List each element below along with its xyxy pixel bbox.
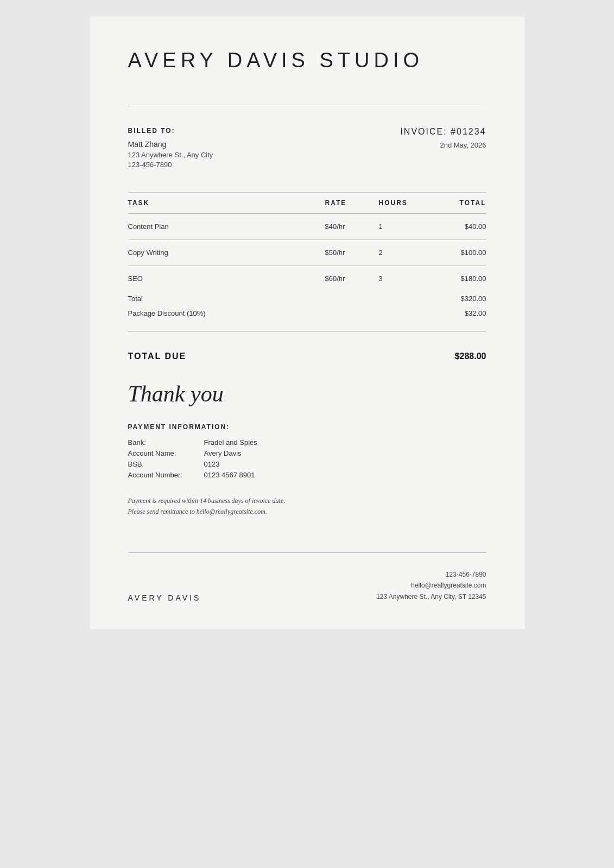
task-cell: Content Plan [128,214,325,240]
client-phone: 123-456-7890 [128,161,401,169]
th-rate: RATE [325,193,379,214]
total-due-amount: $288.00 [455,352,486,361]
hours-cell: 2 [379,240,433,266]
total-label: Total [128,295,143,303]
discount-amount: $32.00 [465,309,486,317]
billed-to-label: BILLED TO: [128,127,401,135]
invoice-page: AVERY DAVIS STUDIO BILLED TO: Matt Zhang… [90,16,524,629]
bank-value: Fradel and Spies [204,438,486,446]
account-number-value: 0123 4567 8901 [204,471,486,479]
task-cell: SEO [128,266,325,292]
th-task: TASK [128,193,325,214]
studio-title: AVERY DAVIS STUDIO [128,49,486,72]
invoice-table: TASK RATE HOURS TOTAL Content Plan $40/h… [128,192,486,291]
billing-section: BILLED TO: Matt Zhang 123 Anywhere St., … [128,127,486,170]
thank-you-text: Thank you [128,381,486,407]
account-number-label: Account Number: [128,471,204,479]
rate-cell: $40/hr [325,214,379,240]
total-amount: $320.00 [461,295,486,303]
footer-contact: 123-456-7890 hello@reallygreatsite.com 1… [376,569,486,602]
bsb-value: 0123 [204,460,486,468]
bank-label: Bank: [128,438,204,446]
bsb-label: BSB: [128,460,204,468]
rate-cell: $50/hr [325,240,379,266]
footer-email: hello@reallygreatsite.com [376,580,486,591]
table-row: SEO $60/hr 3 $180.00 [128,266,486,292]
invoice-info-block: INVOICE: #01234 2nd May, 2026 [400,127,486,170]
rate-cell: $60/hr [325,266,379,292]
table-row: Copy Writing $50/hr 2 $100.00 [128,240,486,266]
payment-note: Payment is required within 14 business d… [128,495,486,518]
subtotal-section: Total $320.00 Package Discount (10%) $32… [128,291,486,321]
total-cell: $40.00 [433,214,486,240]
total-cell: $180.00 [433,266,486,292]
total-cell: $100.00 [433,240,486,266]
invoice-number: INVOICE: #01234 [400,127,486,137]
account-name-value: Avery Davis [204,449,486,457]
header-divider [128,105,486,105]
footer-address: 123 Anywhere St., Any City, ST 12345 [376,591,486,602]
th-hours: HOURS [379,193,433,214]
footer: AVERY DAVIS 123-456-7890 hello@reallygre… [128,552,486,602]
th-total: TOTAL [433,193,486,214]
total-row: Total $320.00 [128,291,486,306]
task-cell: Copy Writing [128,240,325,266]
discount-label: Package Discount (10%) [128,309,206,317]
table-row: Content Plan $40/hr 1 $40.00 [128,214,486,240]
table-body: Content Plan $40/hr 1 $40.00 Copy Writin… [128,214,486,292]
payment-heading: PAYMENT INFORMATION: [128,423,486,431]
footer-studio-name: AVERY DAVIS [128,593,201,602]
footer-phone: 123-456-7890 [376,569,486,580]
total-divider [128,331,486,332]
account-name-label: Account Name: [128,449,204,457]
discount-row: Package Discount (10%) $32.00 [128,306,486,321]
invoice-date: 2nd May, 2026 [400,141,486,149]
total-due-label: TOTAL DUE [128,352,187,361]
client-address: 123 Anywhere St., Any City [128,151,401,159]
payment-grid: Bank: Fradel and Spies Account Name: Ave… [128,438,486,479]
hours-cell: 1 [379,214,433,240]
total-due-row: TOTAL DUE $288.00 [128,343,486,370]
client-name: Matt Zhang [128,140,401,149]
billed-to-block: BILLED TO: Matt Zhang 123 Anywhere St., … [128,127,401,170]
table-header: TASK RATE HOURS TOTAL [128,193,486,214]
hours-cell: 3 [379,266,433,292]
